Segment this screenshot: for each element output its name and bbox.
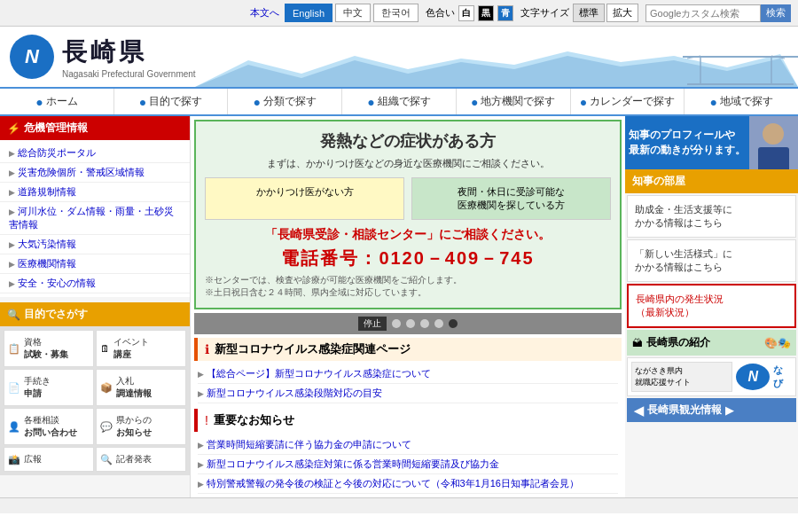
color-blue[interactable]: 青	[497, 5, 513, 21]
svg-rect-9	[687, 83, 794, 85]
sidebar: ⚡ 危機管理情報 総合防災ポータル 災害危険個所・警戒区域情報 道路規制情報 河…	[0, 116, 191, 497]
nav-region[interactable]: ● 地域で探す	[685, 89, 798, 114]
slider-dot-3[interactable]	[420, 319, 429, 328]
grid-press[interactable]: 🔍 記者発表	[96, 447, 186, 472]
search-button[interactable]: 検索	[761, 4, 791, 22]
corona-link-2[interactable]: 新型コロナウイルス感染段階対応の目安	[198, 384, 618, 403]
tourism-label: 長崎県観光情報	[647, 403, 722, 418]
notice-link-2[interactable]: 新型コロナウイルス感染症対策に係る営業時間短縮要請及び協力金	[198, 455, 618, 474]
qualifications-icon: 📋	[8, 343, 20, 355]
purpose-header: 🔍 目的でさがす	[0, 302, 190, 326]
important-section-title: 重要なお知らせ	[214, 412, 294, 428]
grid-qualifications[interactable]: 📋 資格 試験・募集	[4, 330, 94, 367]
slider-dot-5[interactable]	[449, 319, 458, 328]
grid-pr[interactable]: 📸 広報	[4, 447, 94, 472]
logo-text: 長崎県 Nagasaki Prefectural Government	[62, 35, 196, 79]
nav-org[interactable]: ● 組織で探す	[342, 89, 457, 114]
grid-tender[interactable]: 📦 入札 調達情報	[96, 369, 186, 406]
announcements-icon: 💬	[100, 421, 113, 433]
language-buttons: English 中文 한국어	[285, 4, 419, 22]
notice-link-4[interactable]: 発熱などがある方は、ご相談ください	[198, 494, 618, 497]
grid-procedures[interactable]: 📄 手続き 申請	[4, 369, 94, 406]
governor-room-label[interactable]: 知事の部屋	[625, 169, 798, 193]
lifestyle-card-text: 「新しい生活様式」にかかる情報はこちら	[635, 248, 732, 272]
grid-label: 記者発表	[116, 453, 152, 466]
health-btn-no-doctor[interactable]: かかりつけ医がない方	[205, 177, 404, 220]
sidebar-link-river[interactable]: 河川水位・ダム情報・雨量・土砂災害情報	[0, 202, 190, 235]
corona-link-1[interactable]: 【総合ページ】新型コロナウイルス感染症について	[198, 364, 618, 384]
nav-calendar-label: カレンダーで探す	[590, 94, 675, 109]
governor-banner[interactable]: 知事のプロフィールや最新の動きが分ります。	[625, 116, 798, 169]
prefecture-name: 長崎県	[62, 35, 196, 69]
nav-home[interactable]: ● ホーム	[0, 89, 114, 114]
grid-events[interactable]: 🗓 イベント 講座	[96, 330, 186, 367]
search-input[interactable]	[645, 4, 761, 22]
crisis-label: 危機管理情報	[24, 121, 88, 136]
lang-english[interactable]: English	[285, 4, 332, 22]
honbun-link[interactable]: 本文へ	[250, 6, 279, 20]
crisis-header: ⚡ 危機管理情報	[0, 116, 190, 140]
grid-label: 手続き	[24, 375, 51, 387]
nav-home-label: ホーム	[46, 94, 78, 109]
notice-link-3[interactable]: 特別警戒警報の発令後の検証と今後の対応について（令和3年1月16日知事記者会見）	[198, 474, 618, 494]
nagasaki-intro[interactable]: 🏔 長崎県の紹介 🎨🎭	[627, 330, 796, 356]
health-btn-night[interactable]: 夜間・休日に受診可能な医療機関を探している方	[411, 177, 611, 220]
nav-dot-icon: ●	[471, 95, 478, 109]
nabi-icon: N	[736, 364, 770, 390]
slider-dot-1[interactable]	[392, 319, 401, 328]
outbreak-card[interactable]: 長崎県内の発生状況（最新状況）	[627, 284, 796, 328]
grid-label: 県からの	[116, 414, 152, 426]
color-options: 色合い 白 黒 青	[426, 5, 513, 21]
nabi-text: ながさき県内就職応援サイト	[631, 362, 732, 392]
nabi-banner[interactable]: ながさき県内就職応援サイト N なび	[627, 357, 796, 396]
lang-korean[interactable]: 한국어	[373, 4, 419, 22]
main-content: ⚡ 危機管理情報 総合防災ポータル 災害危険個所・警戒区域情報 道路規制情報 河…	[0, 116, 798, 497]
corona-section-title: 新型コロナウイルス感染症関連ページ	[215, 341, 411, 357]
important-section-header: ! 重要なお知らせ	[194, 409, 622, 432]
sidebar-link-air[interactable]: 大気汚染情報	[0, 235, 190, 254]
search-icon: 🔍	[7, 309, 20, 321]
governor-photo	[749, 116, 798, 169]
grid-label: 入札	[116, 375, 134, 387]
grid-label: イベント	[113, 336, 149, 348]
procedures-icon: 📄	[8, 382, 20, 394]
sidebar-link-bosai[interactable]: 総合防災ポータル	[0, 144, 190, 163]
press-icon: 🔍	[100, 454, 113, 466]
color-black[interactable]: 黒	[478, 5, 494, 21]
grid-consultation[interactable]: 👤 各種相談 お問い合わせ	[4, 408, 94, 445]
sidebar-link-road[interactable]: 道路規制情報	[0, 183, 190, 202]
health-phone: 電話番号：0120－409－745	[205, 246, 611, 270]
lang-chinese[interactable]: 中文	[335, 4, 371, 22]
slider-dot-2[interactable]	[406, 319, 415, 328]
color-white[interactable]: 白	[458, 5, 474, 21]
right-panel: 知事のプロフィールや最新の動きが分ります。 知事の部屋 助成金・生活支援等にかか…	[625, 116, 798, 497]
nav-category[interactable]: ● 分類で探す	[228, 89, 342, 114]
events-icon: 🗓	[100, 343, 110, 354]
health-buttons-row: かかりつけ医がない方 夜間・休日に受診可能な医療機関を探している方	[205, 177, 611, 220]
nav-purpose[interactable]: ● 目的で探す	[114, 89, 229, 114]
header-illustration	[195, 51, 798, 87]
slider-dot-4[interactable]	[434, 319, 443, 328]
top-bar: 本文へ English 中文 한국어 色合い 白 黒 青 文字サイズ 標準 拡大…	[0, 0, 798, 27]
lifestyle-card[interactable]: 「新しい生活様式」にかかる情報はこちら	[627, 239, 796, 282]
fontsize-standard[interactable]: 標準	[573, 4, 605, 22]
notice-link-1[interactable]: 営業時間短縮要請に伴う協力金の申請について	[198, 435, 618, 455]
nav-calendar[interactable]: ● カレンダーで探す	[571, 89, 685, 114]
grid-label: 広報	[24, 453, 42, 466]
grid-sublabel: 申請	[24, 387, 42, 400]
nav-regional[interactable]: ● 地方機関で探す	[457, 89, 571, 114]
fontsize-options: 標準 拡大	[573, 4, 638, 22]
nabi-label: なび	[773, 364, 792, 390]
slider-stop-btn[interactable]: 停止	[358, 317, 387, 331]
tourism-banner[interactable]: ◀ 長崎県観光情報 ▶	[627, 398, 796, 422]
crisis-links: 総合防災ポータル 災害危険個所・警戒区域情報 道路規制情報 河川水位・ダム情報・…	[0, 140, 190, 297]
subsidy-card[interactable]: 助成金・生活支援等にかかる情報はこちら	[627, 195, 796, 238]
consultation-icon: 👤	[8, 421, 20, 433]
sidebar-link-medical[interactable]: 医療機関情報	[0, 254, 190, 274]
lightning-icon: ⚡	[7, 122, 20, 135]
corona-section-header: ℹ 新型コロナウイルス感染症関連ページ	[194, 338, 622, 361]
grid-announcements[interactable]: 💬 県からの お知らせ	[96, 408, 186, 445]
sidebar-link-safety[interactable]: 安全・安心の情報	[0, 274, 190, 293]
sidebar-link-disaster[interactable]: 災害危険個所・警戒区域情報	[0, 163, 190, 183]
fontsize-large[interactable]: 拡大	[606, 4, 638, 22]
